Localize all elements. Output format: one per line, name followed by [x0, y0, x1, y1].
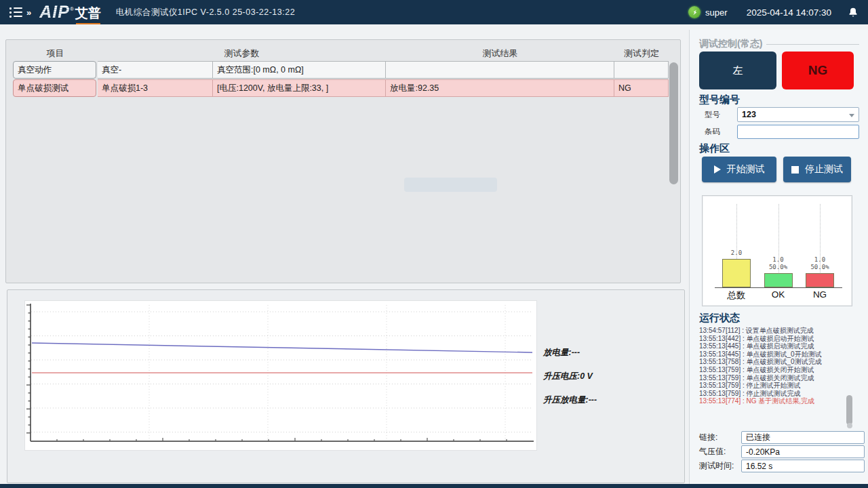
log-scrollbar[interactable] [846, 395, 852, 425]
faint-overlay [404, 178, 497, 192]
waveform-chart [25, 301, 536, 450]
bar-value-label: 2.0 [715, 249, 758, 257]
bar-category-label: 总数 [715, 289, 758, 302]
bar-总数 [722, 259, 751, 287]
waveform-panel: 放电量:--- 升压电压:0 V 升压放电量:--- [7, 289, 685, 483]
control-panel: 调试控制(常态) 左 NG 型号编号 型号 123 条码 操作区 开始测试 停止… [689, 30, 868, 484]
cell-param-name: 真空- [98, 61, 213, 79]
column-header-judge: 测试判定 [614, 45, 669, 62]
cell-param-name: 单点破损1-3 [98, 79, 213, 97]
cell-result: 放电量:92.35 [386, 79, 614, 97]
log-entry: 13:55:13[759] : 单点破损关闭开始测试 [699, 366, 855, 374]
barcode-label: 条码 [699, 127, 737, 137]
top-bar: » AIP ® 艾普 电机综合测试仪1IPC V-2.5.0 25-03-22-… [0, 0, 868, 24]
status-field-label: 测试时间: [699, 460, 741, 472]
log-entry: 13:55:13[759] : 单点破损关闭测试完成 [699, 374, 855, 382]
user-status-icon [688, 6, 701, 18]
barcode-input[interactable] [737, 125, 859, 139]
run-status-title: 运行状态 [699, 312, 740, 325]
cell-result [386, 61, 614, 79]
status-field-label: 链接: [699, 432, 741, 443]
registered-mark: ® [70, 6, 74, 12]
boost-voltage-readout: 升压电压:0 V [543, 371, 679, 382]
status-field-row: 链接: 已连接 [699, 431, 865, 444]
status-field-value: -0.20KPa [741, 445, 865, 458]
hamburger-icon [9, 7, 22, 18]
cell-judge [614, 61, 669, 79]
bar-category-label: OK [757, 289, 800, 300]
cell-param-detail: [电压:1200V, 放电量上限:33, ] [213, 79, 386, 97]
discharge-readout: 放电量:--- [543, 347, 679, 359]
side-left-button[interactable]: 左 [699, 52, 776, 89]
stop-square-icon [791, 166, 799, 174]
cell-judge: NG [614, 79, 669, 97]
play-icon [714, 165, 721, 174]
log-entry: 13:54:57[112] : 设置单点破损测试完成 [699, 327, 855, 335]
user-badge[interactable]: super [688, 6, 728, 18]
waveform-plot [24, 300, 537, 451]
log-entry: 13:55:13[445] : 单点破损测试_0开始测试 [699, 350, 855, 359]
status-field-row: 气压值: -0.20KPa [699, 445, 865, 458]
cell-item: 真空动作 [13, 61, 96, 79]
test-table-header: 项目 测试参数 测试结果 测试判定 [13, 45, 669, 62]
stop-test-button[interactable]: 停止测试 [783, 157, 851, 182]
bell-icon[interactable] [848, 7, 859, 18]
app-title: 电机综合测试仪1IPC V-2.5.0 25-03-22-13:22 [116, 7, 295, 18]
debug-control-section-title: 调试控制(常态) [699, 38, 859, 50]
table-scrollbar[interactable] [669, 62, 678, 184]
log-entry: 13:55:13[759] : 停止测试测试完成 [699, 390, 855, 398]
status-field-row: 测试时间: 16.52 s [699, 460, 865, 472]
table-row[interactable]: 单点破损测试 单点破损1-3 [电压:1200V, 放电量上限:33, ] 放电… [13, 79, 669, 97]
bar-value-label: 1.050.0% [757, 256, 800, 271]
bottom-edge [0, 484, 868, 488]
model-select[interactable]: 123 [737, 107, 859, 122]
cell-param-detail: 真空范围:[0 mΩ, 0 mΩ] [213, 61, 386, 79]
start-test-button[interactable]: 开始测试 [702, 157, 776, 182]
log-entry: 13:55:13[442] : 单点破损启动开始测试 [699, 335, 855, 343]
status-field-value: 16.52 s [741, 460, 865, 472]
cell-item: 单点破损测试 [13, 79, 96, 97]
chevron-right-icon: » [26, 7, 31, 18]
username-label: super [705, 7, 728, 18]
column-header-item: 项目 [13, 45, 98, 62]
brand-logo: AIP ® 艾普 [39, 2, 101, 22]
bar-chart-axis [715, 287, 842, 288]
log-entry: 13:55:13[759] : 停止测试开始测试 [699, 382, 855, 390]
model-select-value: 123 [742, 110, 756, 119]
test-table-panel: 项目 测试参数 测试结果 测试判定 真空动作 真空- 真空范围:[0 mΩ, 0… [5, 39, 681, 283]
status-field-value: 已连接 [741, 431, 865, 444]
ops-section-title: 操作区 [699, 142, 730, 155]
logo-cn-text: 艾普 [75, 5, 101, 22]
bar-OK [764, 273, 793, 287]
test-table-rows: 真空动作 真空- 真空范围:[0 mΩ, 0 mΩ] 单点破损测试 单点破损1-… [13, 61, 669, 97]
log-entry: 13:55:13[758] : 单点破损测试_0测试完成 [699, 358, 855, 366]
bar-value-label: 1.050.0% [798, 256, 842, 271]
boost-discharge-readout: 升压放电量:--- [543, 394, 679, 406]
logo-aip-text: AIP [39, 2, 70, 22]
statistics-bar-chart: 2.0总数1.050.0%OK1.050.0%NG [702, 195, 852, 306]
model-section-title: 型号编号 [699, 94, 740, 106]
datetime-label: 2025-04-14 14:07:30 [747, 7, 831, 18]
table-row[interactable]: 真空动作 真空- 真空范围:[0 mΩ, 0 mΩ] [13, 61, 669, 79]
hamburger-menu-icon[interactable]: » [9, 7, 31, 18]
run-status-log[interactable]: 13:54:57[112] : 设置单点破损测试完成13:55:13[442] … [699, 327, 855, 423]
column-header-params: 测试参数 [98, 45, 386, 62]
app-window: » AIP ® 艾普 电机综合测试仪1IPC V-2.5.0 25-03-22-… [0, 0, 868, 488]
log-entry: 13:55:13[445] : 单点破损启动测试完成 [699, 342, 855, 350]
caret-down-icon [849, 114, 854, 117]
bar-NG [806, 273, 834, 287]
log-scrollbar-cap [847, 423, 852, 428]
model-label: 型号 [699, 110, 737, 120]
log-entry: 13:55:13[774] : NG 基于测试结果,完成 [699, 397, 855, 405]
column-header-result: 测试结果 [386, 45, 614, 62]
status-field-label: 气压值: [699, 446, 741, 458]
ng-result-indicator: NG [782, 52, 854, 89]
bar-category-label: NG [798, 289, 842, 300]
